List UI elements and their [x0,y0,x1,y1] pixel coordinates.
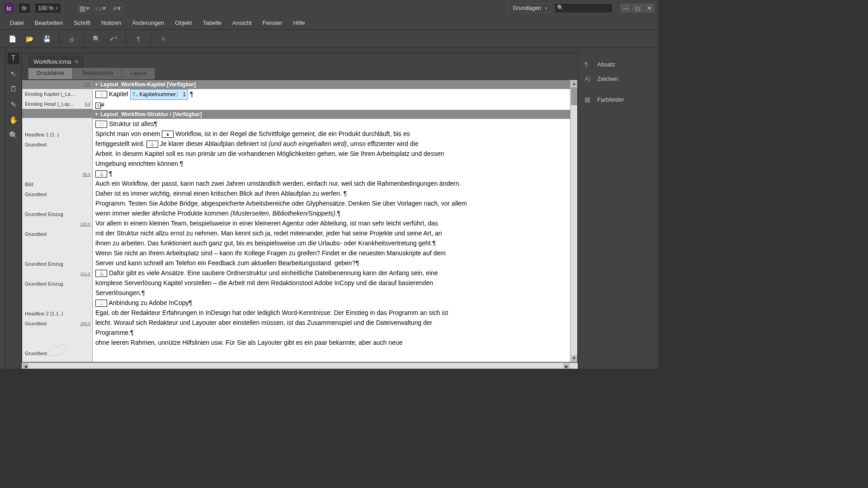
minimize-button[interactable]: — [620,4,631,13]
main-area: T ↖ 🗒 ✎ ✋ 🔍 Workflow.icma ✕ Druckfahne T… [0,48,658,369]
anchored-object-marker[interactable]: ⬚ [95,300,107,307]
panel-absatz[interactable]: ¶Absatz [578,58,658,70]
toolbar: 📄 📂 💾 🖨 🔍 ✔ᴬ ¶ ≡ [0,30,658,48]
menubar: Datei Bearbeiten Schrift Notizen Änderun… [0,16,658,30]
menu-tabelle[interactable]: Tabelle [198,18,226,28]
left-dock-strip[interactable] [0,48,5,369]
right-panel-dock: ¶Absatz A|Zeichen ▦Farbfelder [578,48,658,369]
document-tabs: Workflow.icma ✕ [22,53,578,68]
menu-objekt[interactable]: Objekt [170,18,197,28]
direct-select-tool-icon[interactable]: ↖ [8,68,19,80]
menu-hilfe[interactable]: Hilfe [289,18,310,28]
style-label[interactable]: Grundtext [25,231,47,237]
menu-notizen[interactable]: Notizen [97,18,126,28]
document-tab-title: Workflow.icma [33,58,71,65]
find-icon[interactable]: 🔍 [90,33,103,45]
view-tab-textabschnitt[interactable]: Textabschnitt [73,68,122,80]
anchored-object-marker[interactable]: ⚓ [146,141,158,148]
style-label[interactable]: Grundtext Einzug [25,211,63,217]
story-header-kapitel[interactable]: ▼Layout_Workflow-Kapitel [Verfügbar] [93,80,577,89]
screen-mode-flyout[interactable]: ▦▾ [78,3,90,14]
type-tool-icon[interactable]: T [8,52,19,64]
zoom-tool-icon[interactable]: 🔍 [8,129,19,141]
vertical-scrollbar[interactable]: ▲ ▼ [570,80,577,362]
view-options-flyout[interactable]: ≡▾ [110,3,123,14]
paragraph-icon: ¶ [585,61,593,68]
galley-view: UE Einstieg Kapitel (_La… Einstieg Head … [22,80,578,362]
workspace-select[interactable]: Grundlagen [508,3,551,13]
style-label[interactable]: Grundtext [25,192,47,197]
column-header-ue: UE [85,82,90,87]
eyedropper-tool-icon[interactable]: ✎ [8,99,19,110]
hand-tool-icon[interactable]: ✋ [8,114,19,126]
menu-ansicht[interactable]: Ansicht [228,18,256,28]
zoom-level-select[interactable]: 100 % [34,3,61,14]
story-header-struktur[interactable]: ▼Layout_Workflow-Struktur i [Verfügbar] [93,110,577,119]
close-window-button[interactable]: ✕ [644,4,655,13]
menu-datei[interactable]: Datei [5,18,28,28]
doc-header-strip [22,48,578,53]
collapse-icon[interactable]: ▼ [94,80,99,89]
style-label[interactable]: Einstieg Head (_Lay… [25,101,75,107]
new-file-icon[interactable]: 📄 [5,33,19,45]
close-tab-icon[interactable]: ✕ [74,59,79,65]
style-column: UE Einstieg Kapitel (_La… Einstieg Head … [22,80,93,362]
view-tab-druckfahne[interactable]: Druckfahne [28,68,73,80]
save-file-icon[interactable]: 💾 [40,33,53,45]
app-icon: Ic [4,3,14,14]
page-break-marker: ▯ [95,103,101,109]
style-label[interactable]: Grundtext [25,142,47,147]
scroll-thumb[interactable] [571,87,577,105]
style-label[interactable]: Grundtext [25,351,47,356]
menu-aenderungen[interactable]: Änderungen [127,18,169,28]
style-label[interactable]: Grundtext [25,321,47,326]
show-hidden-chars-icon[interactable]: ¶ [132,33,145,45]
arrange-docs-flyout[interactable]: ▭▾ [94,3,107,14]
style-label[interactable]: Einstieg Kapitel (_La… [25,91,75,97]
scroll-up-icon[interactable]: ▲ [571,80,577,87]
panel-farbfelder[interactable]: ▦Farbfelder [578,93,658,106]
character-icon: A| [585,75,593,82]
menu-bearbeiten[interactable]: Bearbeiten [30,18,67,28]
style-label[interactable]: Headline 1 (1. ) [25,132,59,137]
anchored-image-marker[interactable]: ▲ [162,131,174,138]
document-area: Workflow.icma ✕ Druckfahne Textabschnitt… [22,48,578,369]
scroll-left-icon[interactable]: ◀ [22,363,28,369]
open-file-icon[interactable]: 📂 [23,33,36,45]
text-column[interactable]: ▼Layout_Workflow-Kapitel [Verfügbar] ⬚ K… [93,80,577,362]
note-tool-icon[interactable]: 🗒 [8,83,19,95]
view-tab-layout[interactable]: Layout [122,68,155,80]
text-variable-marker[interactable]: Tₐ Kapitelnummer〉 1 [130,89,188,100]
anchored-object-marker[interactable]: ⚓ [95,170,107,178]
anchored-object-marker[interactable]: ⚓ [95,270,107,277]
bridge-button[interactable]: Br [18,3,31,14]
panel-zeichen[interactable]: A|Zeichen [578,72,658,85]
anchored-object-marker[interactable]: ⬚ [95,121,107,128]
spellcheck-icon[interactable]: ✔ᴬ [107,33,120,45]
anchored-object-marker[interactable]: ⬚ [95,91,107,98]
tool-panel: T ↖ 🗒 ✎ ✋ 🔍 [5,48,22,369]
style-label[interactable]: Grundtext Einzug [25,281,63,286]
style-label[interactable]: Headline 2 (1.1. ) [25,311,63,316]
document-tab[interactable]: Workflow.icma ✕ [28,56,84,68]
collapse-icon[interactable]: ▼ [94,109,99,119]
scroll-down-icon[interactable]: ▼ [571,355,577,361]
style-label[interactable]: Grundtext Einzug [25,261,63,267]
print-icon[interactable]: 🖨 [65,33,78,45]
swatches-icon: ▦ [585,96,593,103]
toolbar-menu-icon[interactable]: ≡ [156,33,170,45]
titlebar: Ic Br 100 % ▦▾ ▭▾ ≡▾ Grundlagen 🔍 — ▢ ✕ [0,0,658,16]
style-label[interactable]: Bild [25,182,33,187]
menu-schrift[interactable]: Schrift [69,18,95,28]
menu-fenster[interactable]: Fenster [258,18,287,28]
horizontal-scrollbar[interactable]: ◀ ▶ [22,362,578,369]
maximize-button[interactable]: ▢ [632,4,643,13]
scroll-right-icon[interactable]: ▶ [563,363,570,369]
view-mode-tabs: Druckfahne Textabschnitt Layout [22,68,578,80]
